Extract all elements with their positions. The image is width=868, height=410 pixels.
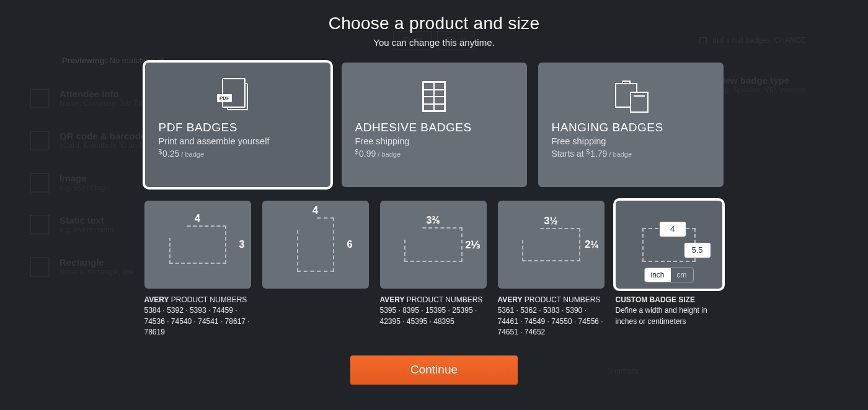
size-w: 4 [195, 213, 200, 224]
product-price: Starts at $1.79 / badge [552, 149, 710, 159]
size-3-1-2x2-1-4[interactable]: 3½ 2¼ [498, 201, 604, 289]
custom-desc: Define a width and height in inches or c… [616, 306, 707, 325]
custom-title: CUSTOM BADGE SIZE [616, 295, 695, 304]
hanging-badge-icon [552, 76, 710, 117]
size-h: 2⅓ [466, 239, 481, 251]
custom-height-input[interactable]: 5.5 [684, 243, 711, 258]
product-adhesive-badges[interactable]: ADHESIVE BADGES Free shipping $0.99 / ba… [342, 63, 527, 187]
size-row: 4 3 AVERY PRODUCT NUMBERS 5384 · 5392 · … [144, 201, 724, 338]
product-picker-modal: Choose a product and size You can change… [0, 0, 868, 410]
modal-subtitle: You can change this anytime. [373, 37, 494, 48]
product-hanging-badges[interactable]: HANGING BADGES Free shipping Starts at $… [538, 63, 724, 187]
unit-inch[interactable]: inch [644, 268, 670, 282]
size-custom[interactable]: 4 5.5 inch cm [616, 201, 722, 289]
size-h: 2¼ [585, 239, 598, 250]
modal-title: Choose a product and size [329, 14, 540, 33]
product-label: HANGING BADGES [552, 121, 710, 134]
size-w: 3⅜ [426, 215, 440, 226]
avery-numbers: 5395 · 8395 · 15395 · 25395 · 42395 · 45… [380, 306, 477, 325]
size-info: CUSTOM BADGE SIZE Define a width and hei… [616, 295, 722, 327]
size-4x3[interactable]: 4 3 [144, 201, 251, 289]
label-sheet-icon [355, 76, 513, 117]
size-w: 3½ [544, 216, 557, 227]
product-sub: Free shipping [552, 136, 710, 146]
size-info: AVERY PRODUCT NUMBERS 5361 · 5362 · 5383… [498, 295, 604, 338]
size-h: 3 [239, 239, 245, 250]
size-h: 6 [347, 239, 353, 250]
size-w: 4 [312, 205, 318, 216]
size-3-3-8x2-1-3[interactable]: 3⅜ 2⅓ [380, 201, 487, 289]
avery-numbers: 5384 · 5392 · 5393 · 74459 · 74536 · 745… [144, 306, 250, 336]
continue-button[interactable]: Continue [350, 355, 518, 385]
product-pdf-badges[interactable]: PDF PDF BADGES Print and assemble yourse… [145, 63, 330, 187]
product-row: PDF PDF BADGES Print and assemble yourse… [145, 63, 724, 187]
product-label: PDF BADGES [159, 121, 317, 134]
product-sub: Print and assemble yourself [159, 136, 317, 146]
size-info: AVERY PRODUCT NUMBERS 5395 · 8395 · 1539… [380, 295, 487, 327]
product-price: $0.25 / badge [159, 149, 317, 159]
product-price: $0.99 / badge [355, 149, 513, 159]
avery-numbers: 5361 · 5362 · 5383 · 5390 · 74461 · 7454… [498, 306, 603, 336]
size-4x6[interactable]: 4 6 [262, 201, 369, 289]
product-sub: Free shipping [355, 136, 513, 146]
unit-toggle: inch cm [644, 268, 693, 282]
size-info: AVERY PRODUCT NUMBERS 5384 · 5392 · 5393… [144, 295, 251, 338]
product-label: ADHESIVE BADGES [355, 121, 513, 134]
custom-width-input[interactable]: 4 [660, 222, 686, 237]
unit-cm[interactable]: cm [671, 268, 693, 282]
pdf-pages-icon: PDF [159, 76, 317, 117]
